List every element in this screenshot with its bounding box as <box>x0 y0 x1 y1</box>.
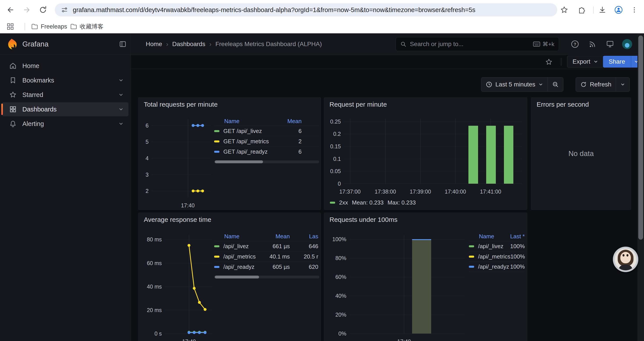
browser-reload-button[interactable] <box>38 5 48 15</box>
share-button[interactable]: Share <box>603 56 631 68</box>
legend-series-name[interactable]: /api/_readyz <box>478 263 509 270</box>
legend-header-mean[interactable]: Mean <box>264 233 290 240</box>
star-icon <box>545 58 553 66</box>
bookmarks-divider <box>24 23 25 30</box>
panel-title[interactable]: Request per minute <box>330 101 387 108</box>
legend-mean-stat: Mean: 0.233 <box>352 199 384 206</box>
legend-series-value: 20.5 r <box>296 253 318 260</box>
search-input[interactable]: Search or jump to... ⌘+k <box>396 37 559 51</box>
sidebar-item-starred[interactable]: Starred <box>2 88 128 102</box>
legend-header-mean[interactable]: Mean <box>275 118 302 125</box>
legend-row[interactable]: GET /api/_livez6 <box>214 126 319 136</box>
panel-requests-under-100ms: Requests under 100ms 100%80%60%40%20%0%1… <box>324 213 527 341</box>
legend-series-name[interactable]: GET /api/_livez <box>223 128 275 135</box>
gridline-vertical <box>420 119 421 184</box>
legend-scrollbar-thumb[interactable] <box>215 160 263 163</box>
bookmark-label: 收藏博客 <box>80 23 104 31</box>
scrollbar-thumb[interactable] <box>638 36 643 240</box>
display-button[interactable] <box>605 39 615 49</box>
legend-series-name[interactable]: /api/_livez <box>478 243 504 250</box>
news-button[interactable] <box>588 39 598 49</box>
legend-table: NameLast */api/_livez100%/api/_metrics10… <box>469 232 525 272</box>
download-icon <box>598 6 606 14</box>
legend-row[interactable]: /api/_readyz605 µs620 <box>214 261 319 272</box>
floating-assistant-avatar[interactable] <box>613 247 638 272</box>
chevron-down-icon <box>538 82 543 87</box>
browser-back-button[interactable] <box>6 5 15 15</box>
chevron-down-icon[interactable] <box>118 92 124 97</box>
favorite-dashboard-button[interactable] <box>544 58 554 66</box>
legend-series-name[interactable]: /api/_livez <box>223 243 264 250</box>
bar-series <box>486 126 496 184</box>
legend-row[interactable]: GET /api/_metrics2 <box>214 136 319 146</box>
sidebar-item-alerting[interactable]: Alerting <box>2 117 128 131</box>
legend-row[interactable]: /api/_readyz100% <box>469 261 525 272</box>
legend-row[interactable]: /api/_metrics40.1 ms20.5 r <box>214 251 319 261</box>
legend-row[interactable]: /api/_metrics100% <box>469 251 525 261</box>
apps-shortcut-button[interactable] <box>6 23 14 30</box>
user-avatar[interactable] <box>622 39 632 49</box>
breadcrumb-home[interactable]: Home <box>146 41 162 48</box>
y-axis-tick-label: 0.15 <box>324 143 341 150</box>
address-bar[interactable] <box>55 3 557 17</box>
zoom-out-button[interactable] <box>548 78 563 92</box>
time-range-label: Last 5 minutes <box>496 81 535 88</box>
apps-grid-icon <box>6 23 14 30</box>
y-axis-tick-label: 40 ms <box>141 283 162 290</box>
browser-forward-button[interactable] <box>22 5 32 15</box>
series-color-marker <box>214 256 220 258</box>
refresh-interval-button[interactable] <box>616 78 630 92</box>
line-series-layer <box>165 235 212 333</box>
panel-title[interactable]: Errors per second <box>536 101 589 108</box>
legend-scrollbar-thumb[interactable] <box>215 276 259 278</box>
chevron-down-icon[interactable] <box>118 78 124 83</box>
sidebar-item-bookmarks[interactable]: Bookmarks <box>2 73 128 87</box>
forward-arrow-icon <box>22 6 31 14</box>
legend-series-name[interactable]: GET /api/_readyz <box>223 148 275 155</box>
time-range-picker[interactable]: Last 5 minutes <box>481 78 548 92</box>
downloads-button[interactable] <box>598 5 607 15</box>
panel-title[interactable]: Requests under 100ms <box>330 216 398 223</box>
legend-header-name[interactable]: Name <box>224 233 264 240</box>
grafana-logo-icon <box>6 38 18 50</box>
legend-series-name[interactable]: 2xx <box>339 199 348 206</box>
legend-series-name[interactable]: GET /api/_metrics <box>223 138 275 145</box>
zoom-out-icon <box>552 81 559 88</box>
bookmark-folder-freeleaps[interactable]: Freeleaps <box>28 22 70 32</box>
legend-series-name[interactable]: /api/_readyz <box>223 263 264 270</box>
sidebar-item-dashboards[interactable]: Dashboards <box>2 102 128 116</box>
legend-series-name[interactable]: /api/_metrics <box>478 253 510 260</box>
legend-row[interactable]: /api/_livez100% <box>469 241 525 251</box>
sidebar-item-home[interactable]: Home <box>2 59 128 73</box>
legend-header-name[interactable]: Name <box>224 118 275 125</box>
refresh-button[interactable]: Refresh <box>576 78 616 92</box>
legend-series-name[interactable]: /api/_metrics <box>223 253 264 260</box>
legend-header-last[interactable]: Last * <box>502 233 525 240</box>
chevron-down-icon[interactable] <box>118 121 124 126</box>
puzzle-icon <box>577 6 586 14</box>
chevron-down-icon[interactable] <box>118 107 124 112</box>
y-axis-tick-label: 2 <box>138 188 148 194</box>
panel-title[interactable]: Average response time <box>144 216 211 223</box>
url-input[interactable] <box>73 6 533 14</box>
help-button[interactable]: ? <box>570 39 580 49</box>
legend-max-stat: Max: 0.233 <box>388 199 416 206</box>
panel-title[interactable]: Total requests per minute <box>144 101 218 108</box>
bookmark-star-button[interactable] <box>560 5 569 15</box>
legend-row[interactable]: GET /api/_readyz6 <box>214 146 319 157</box>
breadcrumb-dashboards[interactable]: Dashboards <box>172 41 206 48</box>
export-button[interactable]: Export <box>567 56 604 68</box>
extensions-button[interactable] <box>576 5 586 15</box>
legend-row[interactable]: /api/_livez661 µs646 <box>214 241 319 251</box>
y-axis-tick-label: 40% <box>326 293 346 299</box>
browser-menu-button[interactable] <box>630 5 639 15</box>
dock-sidebar-button[interactable] <box>118 40 127 49</box>
bookmark-folder-blogs[interactable]: 收藏博客 <box>67 22 106 32</box>
time-range-group: Last 5 minutes <box>481 77 563 92</box>
legend-header-las[interactable]: Las <box>296 233 318 240</box>
gridline-horizontal <box>350 315 464 315</box>
y-axis-tick-label: 0% <box>326 330 346 337</box>
browser-profile-button[interactable] <box>614 5 624 15</box>
legend-series-value: 661 µs <box>264 243 290 250</box>
legend-header-name[interactable]: Name <box>479 233 502 240</box>
